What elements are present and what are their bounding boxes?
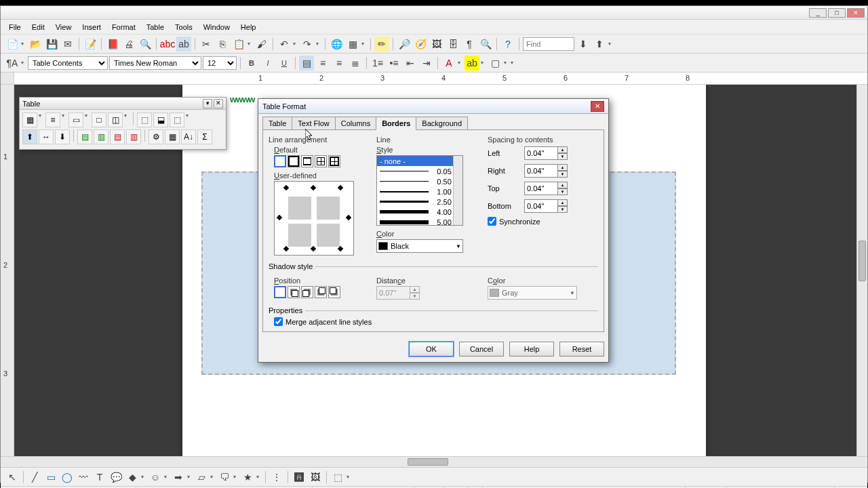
style-option[interactable]: 1.00 pt (377, 186, 462, 197)
tab-text-flow[interactable]: Text Flow (292, 117, 335, 129)
insert-row-button[interactable]: ▤ (77, 129, 92, 144)
menu-tools[interactable]: Tools (170, 22, 198, 33)
shadow-bottomleft[interactable] (315, 286, 327, 298)
increase-indent-button[interactable]: ⇥ (419, 56, 434, 70)
line-style-button[interactable]: ≡ (45, 113, 60, 127)
spacing-top-input[interactable] (524, 182, 558, 195)
scrollbar-thumb[interactable] (408, 458, 448, 466)
dialog-titlebar[interactable]: Table Format ✕ (258, 99, 608, 114)
font-size-select[interactable]: 12 (203, 56, 237, 70)
bottom-align-button[interactable]: ⬇ (55, 129, 70, 144)
symbol-dd[interactable]: ▾ (164, 474, 170, 480)
opt-dd[interactable]: ▾ (186, 113, 191, 127)
table-button[interactable]: ▦ (345, 37, 360, 52)
spin-down[interactable]: ▼ (558, 188, 568, 195)
paste-dropdown[interactable]: ▾ (248, 41, 253, 47)
split-cells-button[interactable]: ⬓ (153, 113, 168, 127)
align-right-button[interactable]: ≡ (332, 56, 347, 70)
find-replace-button[interactable]: 🔎 (397, 37, 412, 52)
rect-tool[interactable]: ▭ (43, 470, 58, 485)
preset-grid-outer[interactable] (328, 155, 340, 167)
menu-edit[interactable]: Edit (26, 22, 50, 33)
select-tool[interactable]: ↖ (5, 470, 20, 485)
user-defined-preview[interactable] (274, 181, 354, 256)
styles-button[interactable]: ¶A (5, 56, 20, 70)
insert-col-button[interactable]: ▥ (94, 129, 108, 144)
export-pdf-button[interactable]: 📕 (105, 37, 120, 52)
top-align-button[interactable]: ⬆ (22, 129, 37, 144)
tab-table[interactable]: Table (262, 117, 292, 129)
close-button[interactable]: ✕ (847, 8, 865, 18)
basic-shapes-tool[interactable]: ◆ (125, 470, 140, 485)
bg-button[interactable]: ◫ (108, 113, 123, 127)
arrow-dd[interactable]: ▾ (187, 474, 193, 480)
redo-dropdown[interactable]: ▾ (316, 41, 321, 47)
numbering-button[interactable]: 1≡ (370, 56, 385, 70)
bc-dd[interactable]: ▾ (85, 113, 90, 127)
help-button[interactable]: Help (509, 342, 554, 357)
tab-columns[interactable]: Columns (335, 117, 376, 129)
center-align-button[interactable]: ↔ (39, 129, 54, 144)
undo-button[interactable]: ↶ (277, 37, 292, 52)
find-input[interactable] (523, 37, 574, 51)
text-tool[interactable]: T (92, 470, 107, 485)
extrusion-tool[interactable]: ⬚ (330, 470, 345, 485)
table-toolbar-title[interactable]: Table ▾ ✕ (20, 98, 226, 110)
format-paintbrush-button[interactable]: 🖌 (254, 37, 269, 52)
redo-button[interactable]: ↷ (300, 37, 315, 52)
sum-button[interactable]: Σ (197, 129, 212, 144)
shapes-dd[interactable]: ▾ (141, 474, 146, 480)
italic-button[interactable]: I (260, 56, 275, 70)
spin-up[interactable]: ▲ (558, 199, 568, 206)
menu-file[interactable]: File (3, 22, 26, 33)
spin-down[interactable]: ▼ (558, 171, 568, 178)
underline-button[interactable]: U (277, 56, 292, 70)
new-doc-dropdown[interactable]: ▾ (21, 41, 26, 47)
nonprinting-button[interactable]: ¶ (462, 37, 477, 52)
email-button[interactable]: ✉ (60, 37, 75, 52)
format-overflow[interactable]: ▾ (511, 60, 516, 66)
line-color-combo[interactable]: Black ▼ (376, 239, 463, 253)
delete-row-button[interactable]: ▤ (110, 129, 125, 144)
merge-adjacent-checkbox[interactable] (274, 317, 283, 326)
undo-dropdown[interactable]: ▾ (293, 41, 298, 47)
font-name-select[interactable]: Times New Roman (109, 56, 201, 70)
bg-color-button[interactable]: ▢ (488, 56, 502, 70)
spin-down[interactable]: ▼ (558, 153, 568, 160)
ruler-vertical[interactable]: 1 2 3 (1, 85, 14, 456)
paragraph-style-select[interactable]: Table Contents (28, 56, 108, 70)
ruler-horizontal[interactable]: 1 2 3 4 5 6 7 8 (1, 73, 867, 85)
spin-up[interactable]: ▲ (558, 146, 568, 153)
menu-view[interactable]: View (50, 22, 77, 33)
style-option[interactable]: 4.00 pt (377, 207, 462, 217)
merge-cells-button[interactable]: ⬚ (137, 113, 152, 127)
highlight-dd[interactable]: ▾ (481, 60, 486, 66)
cancel-button[interactable]: Cancel (459, 342, 504, 357)
minimize-button[interactable]: _ (809, 8, 827, 18)
maximize-button[interactable]: □ (828, 8, 846, 18)
shadow-topright[interactable] (301, 286, 313, 298)
delete-col-button[interactable]: ▥ (126, 129, 141, 144)
line-style-list[interactable]: - none - 0.05 pt 0.50 pt 1.00 pt 2.50 pt… (376, 155, 463, 226)
gallery-button[interactable]: 🖼 (429, 37, 444, 52)
font-color-button[interactable]: A (441, 56, 456, 70)
save-button[interactable]: 💾 (44, 37, 59, 52)
spacing-bottom-input[interactable] (524, 199, 558, 213)
draw-overflow[interactable]: ▾ (347, 474, 352, 480)
menu-window[interactable]: Window (198, 22, 235, 33)
callout-shapes-tool[interactable]: 🗨 (217, 470, 232, 485)
grid-dd[interactable]: ▾ (39, 113, 44, 127)
autoformat-button[interactable]: ⚙ (149, 129, 163, 144)
menu-help[interactable]: Help (235, 22, 262, 33)
shadow-topleft[interactable] (288, 286, 300, 298)
table-grid-button[interactable]: ▦ (22, 113, 37, 127)
style-option-none[interactable]: - none - (377, 156, 462, 166)
menu-insert[interactable]: Insert (77, 22, 106, 33)
highlight-button[interactable]: ab (465, 56, 479, 70)
zoom-button[interactable]: 🔍 (478, 37, 493, 52)
help-button[interactable]: ? (500, 37, 515, 52)
optimize-button[interactable]: ⬚ (170, 113, 184, 127)
show-draw-button[interactable]: ✏ (374, 37, 389, 52)
bg-dd[interactable]: ▾ (124, 113, 130, 127)
symbol-shapes-tool[interactable]: ☺ (148, 470, 163, 485)
